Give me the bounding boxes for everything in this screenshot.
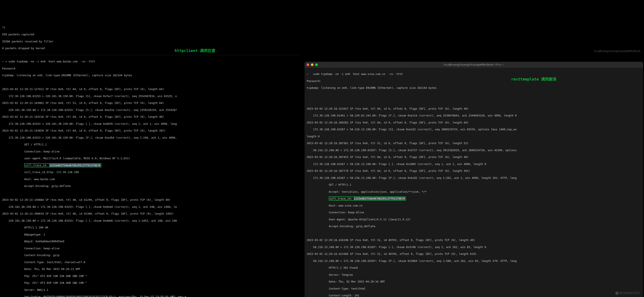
packet: 2023-03-02 12:20:13.143650 IP (tos 0x0, … [2, 129, 300, 132]
packet: length 0 [307, 135, 641, 138]
maximize-icon[interactable] [315, 64, 318, 66]
packet: 2023-03-02 12:20:16.416198 IP (tos 0x0, … [307, 238, 641, 242]
packet: 220.181.38.150.80 > 172.30.128.198.63253… [2, 108, 300, 112]
http-header: Bdqid: 0xb9a0dee1000455e9 [2, 240, 300, 243]
watermark: 稀土掘金技术社区 [616, 292, 640, 295]
prompt-line: ~ sudo tcpdump -nn -i en0 host www.sina.… [307, 72, 641, 76]
http-header: GET / HTTP/1.1 [307, 183, 641, 186]
packet: 2023-03-02 12:20:13.143062 IP (tos 0x0, … [2, 101, 300, 105]
http-header: Connection: keep-alive [2, 150, 300, 153]
annotation-httpclient: httpclient 调用百度 [175, 48, 215, 53]
host-faded: hzz@huangzhuangzhuangdeMacBook- [594, 50, 642, 53]
http-header: Bdpagetype: 1 [2, 233, 300, 236]
http-header: Content-Length: 242 [307, 294, 641, 297]
traffic-lights [307, 64, 318, 66]
titlebar[interactable]: hzz@huangzhuangzhuangdeMacBook-Pro:~ [304, 62, 643, 68]
left-terminal[interactable]: ^C 559 packets captured 29266 packets re… [0, 0, 302, 297]
http-header: Date: Thu, 02 Mar 2023 04:20:16 GMT [307, 280, 641, 283]
http-header: GET / HTTP/1.1 [2, 143, 300, 146]
packet: 58.216.13.248.80 > 172.30.128.198.63267:… [307, 246, 641, 249]
http-header: user-agent: Mozilla/4.0 (compatible; MSI… [2, 157, 300, 160]
close-icon[interactable] [307, 64, 309, 66]
trace-line: xzll_trace_id: 1222edb375de467db295c37f9… [307, 197, 641, 200]
blank [307, 93, 641, 97]
packet: 2023-03-02 12:20:13.200019 IP (tos 0x0, … [2, 212, 300, 216]
packet: 172.30.128.198.63267 > 58.216.13.248.80:… [307, 128, 641, 131]
blank [2, 5, 300, 8]
packet: 172.30.128.198.63267 > 58.216.13.248.80:… [307, 162, 641, 166]
blank [2, 192, 300, 195]
blank [307, 232, 641, 235]
packet: 2023-03-02 12:20:16.387453 IP (tos 0x0, … [307, 156, 641, 159]
blank [307, 100, 641, 104]
annotation-resttemplate: resttemplate 调用新浪 [511, 77, 556, 82]
listening: tcpdump: listening on en0, link-type EN1… [307, 86, 641, 90]
http-header: Set-Cookie: BAIDUID=A986AC4D4FF61BEE1E0E… [2, 295, 300, 297]
http-header: Accept-Encoding: gzip,deflate [307, 224, 641, 228]
http-header: Server: Tengine [307, 273, 641, 276]
packet: 172.30.128.198.61491 > 58.220.82.243.80:… [307, 114, 641, 117]
http-header: Host: www.baidu.com [2, 178, 300, 181]
interrupt: ^C [2, 26, 300, 30]
right-terminal-window[interactable]: hzz@huangzhuangzhuangdeMacBook-Pro:~ ~ s… [304, 62, 643, 297]
trace-value: 1222edb375de467db295c37f912fdb76 [354, 197, 405, 200]
http-header: Content-Encoding: gzip [2, 254, 300, 257]
packet: 220.181.38.150.80 > 172.30.128.198.63253… [2, 205, 300, 209]
http-header: Accept-Encoding: gzip,deflate [2, 184, 300, 188]
http-header: xzll_trace_id_http: 172.30.128.198 [2, 170, 300, 174]
packet: 2023-03-02 12:20:16.360282 IP (tos 0x0, … [307, 121, 641, 124]
listening: tcpdump: listening on en0, link-type EN1… [2, 74, 300, 77]
http-header: Server: BWS/1.1 [2, 288, 300, 292]
packet: 172.30.128.198.63253 > 220.181.38.150.80… [2, 122, 300, 126]
packet: 2023-03-02 12:20:16.421566 IP (tos 0x0, … [307, 252, 641, 256]
packet: 220.181.38.150.80 > 172.30.128.198.63253… [2, 219, 300, 222]
packet: 2023-03-02 12:20:13.150884 IP (tos 0x0, … [2, 198, 300, 202]
packet: 172.30.128.198.63267 > 58.216.13.248.80:… [307, 176, 641, 180]
packet: 2023-03-02 12:20:13.143216 IP (tos 0x0, … [2, 115, 300, 118]
packet: 172.30.128.198.63253 > 220.181.38.150.80… [2, 136, 300, 140]
prompt-line: ~ » sudo tcpdump -nn -i en0 host www.bai… [2, 60, 300, 63]
http-header: P3p: CP=" OTI DSP COR IVA OUR IND COM " [2, 281, 300, 285]
http-header: Date: Thu, 02 Mar 2023 04:20:13 GMT [2, 268, 300, 271]
http-header: Accept: text/plain, application/json, ap… [307, 190, 641, 194]
minimize-icon[interactable] [311, 64, 314, 66]
http-header: Host: www.sina.com.cn [307, 204, 641, 207]
blank [2, 12, 300, 16]
separator [2, 55, 300, 55]
trace-label: xzll_trace_id: [25, 164, 49, 167]
packet: 58.216.13.248.80 > 172.30.128.198.63267:… [307, 259, 641, 263]
watermark-icon [616, 292, 618, 295]
packet: 172.30.128.198.63253 > 220.181.38.150.80… [2, 94, 300, 98]
http-header: Content-Type: text/html [307, 287, 641, 290]
blank [2, 81, 300, 84]
http-header: User-Agent: Apache-HttpClient/4.5.11 (Ja… [307, 218, 641, 221]
http-header: Connection: keep-alive [2, 247, 300, 250]
stat: 29266 packets received by filter [2, 40, 300, 43]
http-header: HTTP/1.1 302 Found [307, 266, 641, 270]
trace-label: xzll_trace_id: [330, 197, 354, 200]
window-title: hzz@huangzhuangzhuangdeMacBook-Pro:~ [444, 63, 504, 67]
right-terminal-content[interactable]: ~ sudo tcpdump -nn -i en0 host www.sina.… [304, 68, 643, 297]
packet: 58.216.13.248.80 > 172.30.128.198.63267:… [307, 148, 641, 152]
trace-line: xzll_trace_id: 1222edb375de467db295c37f9… [2, 164, 300, 167]
packet: 2023-03-02 12:20:16.321027 IP (tos 0x0, … [307, 107, 641, 110]
http-header: Connection: Keep-Alive [307, 211, 641, 214]
blank [2, 19, 300, 22]
password-prompt: Password: [307, 80, 641, 83]
http-header: Content-Type: text/html; charset=utf-8 [2, 260, 300, 264]
packet: 2023-03-02 12:20:16.387361 IP (tos 0x0, … [307, 142, 641, 145]
packet: 2023-03-02 12:20:13.127412 IP (tos 0x0, … [2, 88, 300, 91]
password-prompt: Password: [2, 67, 300, 70]
http-header: P3p: CP=" OTI DSP COR IVA OUR IND COM " [2, 274, 300, 278]
stat: 0 packets dropped by kernel [2, 47, 300, 50]
trace-value: 1222edb375de467db295c37f912fdb76 [49, 164, 100, 167]
stat: 559 packets captured [2, 33, 300, 36]
http-header: HTTP/1.1 200 OK [2, 226, 300, 229]
packet: 2023-03-02 12:20:16.387770 IP (tos 0x0, … [307, 169, 641, 173]
